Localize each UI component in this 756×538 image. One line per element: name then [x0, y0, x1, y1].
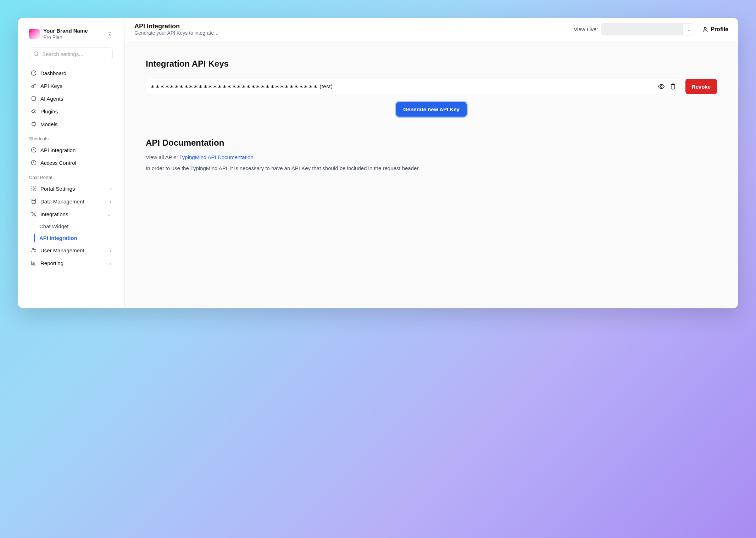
nav-shortcuts: API Integration Access Control — [18, 144, 124, 169]
app-window: Your Brand Name Pro Plan Dashboard API K… — [18, 18, 738, 308]
agent-icon — [30, 95, 37, 102]
docs-body: In order to use the TypingMind API, it i… — [146, 165, 717, 171]
eye-icon — [658, 83, 665, 90]
nav-integrations[interactable]: Integrations ⌄ — [26, 208, 116, 220]
api-key-value: ∗∗∗∗∗∗∗∗∗∗∗∗∗∗∗∗∗∗∗∗∗∗∗∗∗∗∗∗∗∗∗∗∗∗∗ (tes… — [150, 83, 654, 90]
tools-icon — [30, 211, 37, 217]
key-icon — [30, 83, 37, 89]
brand-name: Your Brand Name — [43, 28, 108, 34]
nav-label: User Management — [40, 247, 106, 253]
nav-label: Portal Settings — [40, 186, 106, 192]
reveal-key-button[interactable] — [657, 83, 665, 90]
nav-label: Access Control — [40, 160, 111, 166]
profile-label: Profile — [711, 26, 728, 33]
section-shortcuts-label: Shortcuts — [18, 130, 124, 144]
docs-intro: View all APIs: TypingMind API Documentat… — [146, 154, 717, 160]
clipboard-icon — [669, 83, 676, 90]
chevron-down-icon: ⌄ — [107, 211, 111, 217]
clock-icon — [30, 147, 37, 153]
sub-chat-widget[interactable]: Chat Widget — [34, 220, 116, 232]
svg-point-13 — [704, 27, 706, 29]
nav-user-management[interactable]: User Management › — [26, 244, 116, 257]
brand-plan: Pro Plan — [43, 34, 108, 41]
brand-text: Your Brand Name Pro Plan — [43, 28, 108, 40]
user-icon — [702, 26, 708, 33]
sidebar: Your Brand Name Pro Plan Dashboard API K… — [18, 18, 124, 308]
nav-chat-portal: Portal Settings › Data Management › Inte… — [18, 182, 124, 269]
topbar: API Integration Generate your API Keys t… — [124, 18, 738, 41]
page-title: API Integration — [134, 23, 567, 30]
section-api-keys-title: Integration API Keys — [146, 59, 717, 69]
revoke-button[interactable]: Revoke — [685, 79, 717, 94]
chart-icon — [30, 260, 37, 266]
nav-main: Dashboard API Keys AI Agents Plugins Mod… — [18, 67, 124, 130]
nav-label: API Keys — [40, 83, 111, 89]
chevron-down-icon[interactable]: ⌄ — [683, 24, 695, 35]
api-key-field: ∗∗∗∗∗∗∗∗∗∗∗∗∗∗∗∗∗∗∗∗∗∗∗∗∗∗∗∗∗∗∗∗∗∗∗ (tes… — [146, 79, 681, 94]
svg-point-14 — [660, 86, 662, 88]
svg-point-8 — [32, 199, 36, 201]
brand-switcher[interactable]: Your Brand Name Pro Plan — [18, 28, 124, 47]
view-live: View Live: ⌄ — [574, 23, 695, 35]
brand-logo — [29, 29, 40, 39]
nav-label: Dashboard — [40, 70, 111, 76]
nav-ai-agents[interactable]: AI Agents — [26, 92, 116, 105]
nav-models[interactable]: Models — [26, 118, 116, 130]
nav-api-keys[interactable]: API Keys — [26, 79, 116, 92]
nav-label: AI Agents — [40, 96, 111, 102]
svg-point-11 — [32, 248, 34, 250]
svg-rect-4 — [32, 123, 35, 126]
nav-data-management[interactable]: Data Management › — [26, 195, 116, 208]
nav-shortcut-api-integration[interactable]: API Integration — [26, 144, 116, 156]
api-key-row: ∗∗∗∗∗∗∗∗∗∗∗∗∗∗∗∗∗∗∗∗∗∗∗∗∗∗∗∗∗∗∗∗∗∗∗ (tes… — [146, 79, 717, 94]
puzzle-icon — [30, 108, 37, 114]
gauge-icon — [30, 70, 37, 76]
view-live-select[interactable]: ⌄ — [601, 23, 695, 35]
search-box[interactable] — [29, 47, 113, 60]
chevron-up-down-icon[interactable] — [108, 31, 113, 37]
search-input[interactable] — [42, 51, 110, 57]
view-live-field[interactable] — [601, 24, 683, 35]
nav-label: Plugins — [40, 108, 111, 114]
docs-intro-suffix: . — [254, 154, 255, 160]
nav-shortcut-access-control[interactable]: Access Control — [26, 156, 116, 169]
copy-key-button[interactable] — [669, 83, 677, 90]
clock-icon — [30, 159, 37, 166]
gear-icon — [30, 185, 37, 192]
svg-rect-15 — [671, 84, 674, 89]
main: API Integration Generate your API Keys t… — [124, 18, 738, 308]
nav-portal-settings[interactable]: Portal Settings › — [26, 182, 116, 195]
nav-label: Reporting — [40, 260, 106, 266]
nav-label: API Integration — [40, 147, 111, 153]
svg-point-12 — [34, 249, 35, 250]
profile-button[interactable]: Profile — [702, 26, 728, 33]
docs-link[interactable]: TypingMind API Documentation — [179, 154, 254, 160]
view-live-label: View Live: — [574, 26, 598, 32]
nav-label: Models — [40, 121, 111, 127]
section-chatportal-label: Chat Portal — [18, 169, 124, 182]
content: Integration API Keys ∗∗∗∗∗∗∗∗∗∗∗∗∗∗∗∗∗∗∗… — [124, 41, 738, 308]
nav-label: Integrations — [40, 211, 103, 217]
docs-intro-prefix: View all APIs: — [146, 154, 179, 160]
page-subtitle: Generate your API Keys to integrate … — [134, 30, 219, 36]
svg-rect-3 — [32, 97, 36, 101]
sub-api-integration[interactable]: API Integration — [34, 232, 116, 244]
search-icon — [33, 51, 39, 57]
nav-label: Data Management — [40, 198, 106, 204]
chevron-right-icon: › — [110, 247, 111, 253]
nav-reporting[interactable]: Reporting › — [26, 257, 116, 269]
generate-api-key-button[interactable]: Generate new API Key — [396, 102, 467, 117]
chip-icon — [30, 121, 37, 127]
section-docs-title: API Documentation — [146, 138, 717, 148]
nav-dashboard[interactable]: Dashboard — [26, 67, 116, 79]
nav-plugins[interactable]: Plugins — [26, 105, 116, 118]
users-icon — [30, 247, 37, 253]
chevron-right-icon: › — [110, 186, 111, 192]
database-icon — [30, 198, 37, 204]
svg-point-2 — [32, 86, 34, 88]
chevron-right-icon: › — [110, 198, 111, 204]
integrations-children: Chat Widget API Integration — [34, 220, 116, 244]
chevron-right-icon: › — [110, 260, 111, 266]
svg-point-7 — [33, 188, 35, 190]
svg-point-0 — [34, 52, 38, 56]
